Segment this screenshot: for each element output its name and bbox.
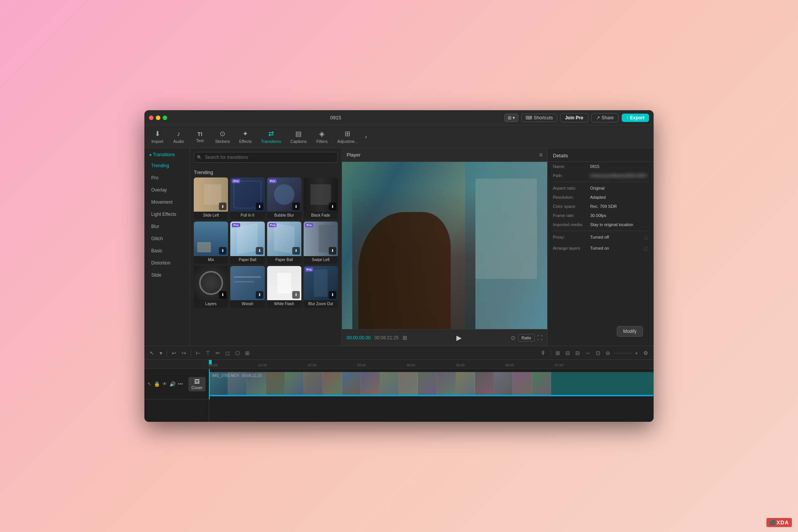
more-icon[interactable]: •••	[178, 381, 183, 387]
clip-tool[interactable]: ◻	[224, 349, 231, 357]
cover-button[interactable]: 🖼 Cover	[188, 377, 206, 391]
sidebar-item-distortion[interactable]: Distortion	[146, 257, 188, 269]
detail-value-imported: Stay in original location	[590, 222, 648, 227]
sidebar-item-light-effects[interactable]: Light Effects	[146, 209, 188, 220]
trim-tool[interactable]: ⊢	[194, 349, 202, 357]
filmstrip-frame	[361, 372, 380, 396]
more-tools-button[interactable]: ›	[363, 132, 368, 142]
tool-text[interactable]: TI Text	[190, 128, 210, 145]
join-pro-button[interactable]: Join Pro	[560, 113, 588, 122]
sidebar-item-blur[interactable]: Blur	[146, 221, 188, 232]
arrow-icon[interactable]: ↖	[147, 381, 152, 387]
transition-card-woosh[interactable]: ⬇ Woosh	[230, 266, 264, 308]
player-details-row: Player ≡	[342, 148, 654, 346]
modify-button[interactable]: Modify	[617, 326, 643, 337]
target-icon[interactable]: ⊙	[511, 334, 516, 341]
fullscreen-icon[interactable]: ⛶	[537, 334, 543, 341]
close-button[interactable]	[149, 116, 154, 120]
detach-icon[interactable]: ↔	[584, 349, 592, 357]
download-icon[interactable]: ⬇	[329, 291, 336, 299]
lock-icon[interactable]: 🔒	[154, 381, 160, 387]
shortcuts-button[interactable]: ⌨ Shortcuts	[521, 114, 557, 122]
arrow-down-icon[interactable]: ▾	[158, 349, 164, 357]
details-panel: Details Name: 0915 Path: /Users/user/Mov…	[547, 148, 654, 346]
proxy-info-icon[interactable]: ⓘ	[644, 235, 648, 241]
share-button[interactable]: ↗ Share	[591, 113, 619, 122]
maximize-button[interactable]	[163, 116, 167, 120]
download-icon[interactable]: ⬇	[256, 247, 263, 255]
tool-import[interactable]: ⬇ Import	[147, 127, 167, 146]
cut-tool[interactable]: ✂	[214, 349, 222, 357]
export-button[interactable]: ↑ Export	[622, 114, 649, 122]
settings-icon[interactable]: ⚙	[642, 349, 650, 357]
transition-card-swipe-left[interactable]: Pro ⬇ Swipe Left	[304, 222, 338, 263]
magnet-icon[interactable]: ⊞	[554, 349, 562, 357]
redo-button[interactable]: ↪	[180, 349, 188, 357]
download-icon[interactable]: ⬇	[329, 203, 336, 210]
search-input[interactable]	[194, 152, 338, 163]
detail-divider	[553, 182, 648, 182]
transition-card-mix[interactable]: ⬇ Mix	[194, 222, 228, 263]
select-tool[interactable]: ↖	[148, 349, 156, 357]
eye-icon[interactable]: 👁	[162, 381, 167, 387]
play-button[interactable]: ▶	[453, 332, 465, 344]
tool-captions[interactable]: ▤ Captions	[287, 127, 310, 146]
detail-value-arrange: Turned on	[590, 246, 639, 250]
transition-card-layers[interactable]: ⬇ Layers	[194, 266, 228, 308]
download-icon[interactable]: ⬇	[292, 203, 300, 210]
tool-effects[interactable]: ✦ Effects	[235, 127, 255, 146]
transition-card-black-fade[interactable]: ⬇ Black Fade	[304, 177, 338, 219]
sidebar-item-overlay[interactable]: Overlay	[146, 184, 188, 196]
tool-adjustments[interactable]: ⊞ Adjustme...	[333, 127, 362, 146]
player-menu-icon[interactable]: ≡	[539, 152, 543, 158]
shield-tool[interactable]: ⬡	[234, 349, 241, 357]
download-icon[interactable]: ⬇	[329, 247, 336, 255]
sidebar-item-glitch[interactable]: Glitch	[146, 233, 188, 244]
sidebar-item-slide[interactable]: Slide	[146, 269, 188, 281]
arrange-info-icon[interactable]: ⓘ	[644, 246, 648, 252]
download-icon[interactable]: ⬇	[256, 203, 263, 210]
ruler-time-2: 02:00	[308, 363, 317, 367]
audio-icon: ♪	[177, 130, 180, 138]
video-track[interactable]: IMG_0760.MOV 00:06:21:25	[209, 372, 654, 396]
zoom-out-icon[interactable]: ⊖	[604, 349, 612, 357]
download-icon[interactable]: ⬇	[219, 203, 226, 210]
grid-view-icon[interactable]: ⊞	[402, 334, 407, 341]
download-icon[interactable]: ⬇	[219, 291, 226, 299]
ratio-button[interactable]: Ratio	[518, 334, 535, 342]
mic-icon[interactable]: 🎙	[539, 349, 548, 357]
transition-card-bubble-blur[interactable]: Pro ⬇ Bubble Blur	[267, 177, 301, 219]
detail-value-color: Rec. 709 SDR	[590, 204, 648, 209]
tool-audio[interactable]: ♪ Audio	[169, 128, 188, 146]
download-icon[interactable]: ⬇	[292, 291, 300, 299]
clip-speed-icon[interactable]: ⊟	[564, 349, 572, 357]
download-icon[interactable]: ⬇	[256, 291, 263, 299]
transition-card-white-flash[interactable]: ⬇ White Flash	[267, 266, 301, 308]
view-toggle-button[interactable]: ⊞ ▾	[504, 114, 518, 122]
link-icon[interactable]: ⊟	[574, 349, 581, 357]
undo-button[interactable]: ↩	[170, 349, 178, 357]
minimize-button[interactable]	[156, 116, 160, 120]
download-icon[interactable]: ⬇	[219, 247, 226, 255]
sidebar-item-movement[interactable]: Movement	[146, 196, 188, 208]
tool-transitions[interactable]: ⇄ Transitions	[257, 127, 285, 146]
sidebar-item-pro[interactable]: Pro	[146, 172, 188, 184]
crop-icon[interactable]: ⊡	[594, 349, 602, 357]
transition-name: Paper Ball	[267, 256, 301, 264]
transition-card-pull-in[interactable]: Pro ⬇ Pull In II	[230, 177, 264, 219]
tool-filters[interactable]: ◈ Filters	[312, 127, 332, 146]
split-tool[interactable]: ⊤	[204, 349, 212, 357]
sidebar-item-basic[interactable]: Basic	[146, 245, 188, 256]
sidebar-item-trending[interactable]: Trending	[146, 160, 188, 171]
pro-badge: Pro	[305, 268, 313, 272]
transition-card-slide-left[interactable]: ⬇ Slide Left	[194, 177, 228, 219]
track-label: IMG_0760.MOV 00:06:21:25	[212, 374, 262, 378]
image-tool[interactable]: ⊞	[244, 349, 251, 357]
transition-card-blur-zoom-out[interactable]: Pro ⬇ Blur Zoom Out	[304, 266, 338, 308]
volume-icon[interactable]: 🔊	[169, 381, 176, 387]
transition-card-paper-ball-1[interactable]: Pro ⬇ Paper Ball	[230, 222, 264, 263]
tool-stickers[interactable]: ⊙ Stickers	[211, 127, 234, 146]
transition-card-paper-ball-2[interactable]: Pro ⬇ Paper Ball	[267, 222, 301, 263]
zoom-in-icon[interactable]: +	[633, 349, 640, 357]
download-icon[interactable]: ⬇	[292, 247, 300, 255]
